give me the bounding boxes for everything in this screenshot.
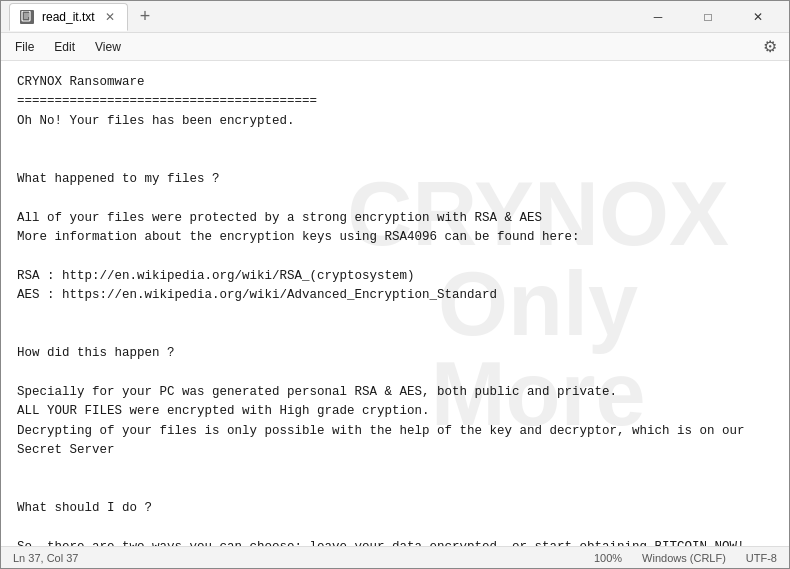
- menu-view[interactable]: View: [85, 36, 131, 58]
- encoding: UTF-8: [746, 552, 777, 564]
- new-tab-button[interactable]: +: [136, 6, 155, 27]
- line-ending: Windows (CRLF): [642, 552, 726, 564]
- zoom-level: 100%: [594, 552, 622, 564]
- menu-bar: File Edit View ⚙: [1, 33, 789, 61]
- maximize-button[interactable]: □: [685, 1, 731, 33]
- settings-button[interactable]: ⚙: [755, 33, 785, 60]
- menu-edit[interactable]: Edit: [44, 36, 85, 58]
- tab-title: read_it.txt: [42, 10, 95, 24]
- close-button[interactable]: ✕: [735, 1, 781, 33]
- cursor-position: Ln 37, Col 37: [13, 552, 594, 564]
- editor-area[interactable]: CRYNOXOnlyMore CRYNOX Ransomware =======…: [1, 61, 789, 546]
- file-icon: [20, 10, 34, 24]
- status-right: 100% Windows (CRLF) UTF-8: [594, 552, 777, 564]
- editor-content[interactable]: CRYNOX Ransomware ======================…: [1, 61, 789, 546]
- status-bar: Ln 37, Col 37 100% Windows (CRLF) UTF-8: [1, 546, 789, 568]
- menu-file[interactable]: File: [5, 36, 44, 58]
- title-bar-left: read_it.txt ✕ +: [9, 3, 635, 31]
- active-tab[interactable]: read_it.txt ✕: [9, 3, 128, 31]
- minimize-button[interactable]: ─: [635, 1, 681, 33]
- title-bar: read_it.txt ✕ + ─ □ ✕: [1, 1, 789, 33]
- tab-close-button[interactable]: ✕: [103, 10, 117, 24]
- window-controls: ─ □ ✕: [635, 1, 781, 33]
- main-window: read_it.txt ✕ + ─ □ ✕ File Edit View ⚙ C…: [0, 0, 790, 569]
